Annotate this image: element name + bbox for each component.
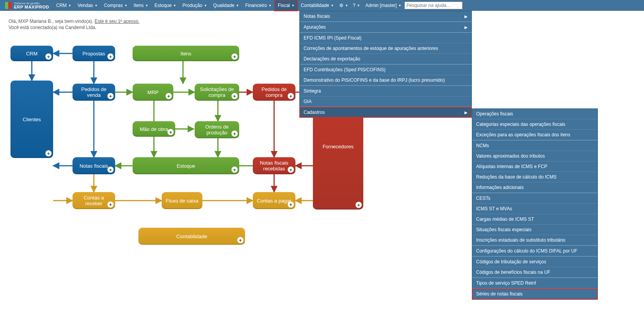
node-pedidos-compra[interactable]: Pedidos de compra+ bbox=[253, 84, 295, 101]
node-fluxo-caixa[interactable]: Fluxo de caixa bbox=[162, 192, 202, 209]
node-mao-de-obra[interactable]: Mão de obra+ bbox=[133, 121, 175, 137]
dropdown-gia[interactable]: GIA bbox=[300, 96, 471, 107]
caret-down-icon: ▼ bbox=[95, 4, 98, 7]
menu-financeiro[interactable]: Financeiro▼ bbox=[242, 0, 275, 11]
main-menu: CRM▼ Vendas▼ Compras▼ Itens▼ Estoque▼ Pr… bbox=[53, 0, 404, 11]
node-nf-recebidas[interactable]: Notas fiscais recebidas+ bbox=[253, 157, 295, 174]
plus-icon[interactable]: + bbox=[356, 202, 362, 208]
caret-down-icon: ▼ bbox=[204, 4, 207, 7]
brand-name: ERP MAXIPROD bbox=[14, 5, 49, 9]
submenu-valores-aprox[interactable]: Valores aproximados dos tributos bbox=[472, 151, 597, 161]
submenu-operacoes[interactable]: Operações fiscais bbox=[472, 109, 597, 119]
node-crm[interactable]: CRM+ bbox=[10, 46, 53, 61]
plus-icon[interactable]: + bbox=[107, 201, 114, 208]
submenu-categorias[interactable]: Categorias especiais das operações fisca… bbox=[472, 119, 597, 130]
plus-icon[interactable]: + bbox=[107, 167, 114, 173]
brand-logo[interactable]: Sistema de gestão ERP MAXIPROD bbox=[2, 2, 49, 9]
submenu-excecoes[interactable]: Exceções para as operações fiscais dos i… bbox=[472, 130, 597, 141]
menu-vendas[interactable]: Vendas▼ bbox=[74, 0, 101, 11]
submenu-config-difal[interactable]: Configurações do cálculo do ICMS DIFAL p… bbox=[472, 246, 597, 257]
submenu-aliquotas[interactable]: Alíquotas internas de ICMS e FCP bbox=[472, 161, 597, 172]
caret-down-icon: ▼ bbox=[173, 4, 176, 7]
plus-icon[interactable]: + bbox=[107, 53, 114, 60]
plus-icon[interactable]: + bbox=[231, 53, 238, 60]
caret-down-icon: ▼ bbox=[68, 4, 71, 7]
node-notas-fiscais[interactable]: Notas fiscais+ bbox=[73, 157, 115, 174]
chevron-right-icon: ▶ bbox=[464, 25, 468, 29]
submenu-cests[interactable]: CESTs bbox=[472, 193, 597, 204]
fiscal-dropdown: Notas fiscais▶ Apurações▶ EFD ICMS IPI (… bbox=[299, 11, 472, 118]
caret-down-icon: ▼ bbox=[331, 4, 334, 7]
menu-qualidade[interactable]: Qualidade▼ bbox=[210, 0, 242, 11]
submenu-situacoes[interactable]: Situações fiscais especiais bbox=[472, 225, 597, 235]
menu-contabilidade[interactable]: Contabilidade▼ bbox=[298, 0, 337, 11]
node-mrp[interactable]: MRP+ bbox=[133, 84, 173, 101]
dropdown-sintegra[interactable]: Sintegra bbox=[300, 86, 471, 96]
caret-down-icon: ▼ bbox=[268, 4, 271, 7]
caret-down-icon: ▼ bbox=[292, 4, 295, 7]
dropdown-declaracoes[interactable]: Declarações de exportação bbox=[300, 54, 471, 65]
caret-down-icon: ▼ bbox=[345, 4, 348, 7]
plus-icon[interactable]: + bbox=[45, 53, 52, 60]
help-search-input[interactable] bbox=[404, 2, 463, 9]
caret-down-icon: ▼ bbox=[236, 4, 239, 7]
submenu-info-adicionais[interactable]: Informações adicionais bbox=[472, 182, 597, 193]
menu-estoque[interactable]: Estoque▼ bbox=[152, 0, 180, 11]
plus-icon[interactable]: + bbox=[231, 131, 238, 137]
menu-admin[interactable]: Admin [master]▼ bbox=[363, 0, 405, 11]
submenu-icms-st-mvas[interactable]: ICMS ST e MVAs bbox=[472, 204, 597, 214]
plus-icon[interactable]: + bbox=[237, 237, 243, 243]
menu-itens[interactable]: Itens▼ bbox=[131, 0, 152, 11]
submenu-reducoes[interactable]: Reduções da base de cálculo do ICMS bbox=[472, 172, 597, 182]
first-access-link[interactable]: Este é seu 1º acesso. bbox=[95, 19, 140, 24]
caret-down-icon: ▼ bbox=[398, 4, 401, 7]
submenu-inscricoes[interactable]: Inscrições estaduais de substituto tribu… bbox=[472, 235, 597, 246]
dropdown-apuracoes[interactable]: Apurações▶ bbox=[300, 22, 471, 33]
node-clientes[interactable]: Clientes+ bbox=[10, 81, 53, 158]
dropdown-correcoes[interactable]: Correções de apontamentos de estoque de … bbox=[300, 43, 471, 54]
menu-help[interactable]: ?▼ bbox=[350, 0, 363, 11]
dropdown-cadastros[interactable]: Cadastros▶ bbox=[300, 107, 471, 117]
submenu-ncms[interactable]: NCMs bbox=[472, 141, 597, 151]
chevron-right-icon: ▶ bbox=[464, 110, 468, 115]
help-icon: ? bbox=[353, 3, 356, 8]
node-pedidos-venda[interactable]: Pedidos de venda+ bbox=[73, 84, 115, 101]
plus-icon[interactable]: + bbox=[288, 167, 294, 173]
node-contas-pagar[interactable]: Contas a pagar+ bbox=[253, 192, 295, 209]
dropdown-demonstrativo[interactable]: Demonstrativo do PIS/COFINS e da base do… bbox=[300, 75, 471, 86]
gear-icon: ⚙ bbox=[339, 3, 344, 8]
plus-icon[interactable]: + bbox=[45, 150, 52, 156]
menu-crm[interactable]: CRM▼ bbox=[53, 0, 74, 11]
node-contas-receber[interactable]: Contas a receber+ bbox=[73, 192, 115, 209]
plus-icon[interactable]: + bbox=[166, 93, 172, 99]
node-itens[interactable]: Itens+ bbox=[133, 46, 239, 61]
node-solicitacoes[interactable]: Solicitações de compra+ bbox=[195, 84, 239, 101]
logo-icon bbox=[2, 2, 12, 9]
caret-down-icon: ▼ bbox=[357, 4, 360, 7]
plus-icon[interactable]: + bbox=[231, 167, 238, 173]
cadastros-submenu: Operações fiscais Categorias especiais d… bbox=[472, 108, 598, 263]
plus-icon[interactable]: + bbox=[231, 93, 238, 99]
menu-producao[interactable]: Produção▼ bbox=[180, 0, 210, 11]
dropdown-efd-contrib[interactable]: EFD Contribuições (Sped PIS/COFINS) bbox=[300, 65, 471, 75]
caret-down-icon: ▼ bbox=[145, 4, 148, 7]
node-ordens-producao[interactable]: Ordens de produção+ bbox=[195, 121, 239, 138]
menu-fiscal[interactable]: Fiscal▼ bbox=[275, 0, 297, 11]
top-navbar: Sistema de gestão ERP MAXIPROD CRM▼ Vend… bbox=[0, 0, 644, 11]
submenu-codigos-trib[interactable]: Códigos de tributação de serviços bbox=[472, 257, 597, 263]
plus-icon[interactable]: + bbox=[167, 129, 174, 135]
node-estoque[interactable]: Estoque+ bbox=[133, 157, 239, 174]
menu-settings[interactable]: ⚙▼ bbox=[337, 0, 350, 11]
node-propostas[interactable]: Propostas+ bbox=[73, 46, 115, 61]
caret-down-icon: ▼ bbox=[124, 4, 128, 7]
menu-compras[interactable]: Compras▼ bbox=[101, 0, 131, 11]
plus-icon[interactable]: + bbox=[288, 201, 294, 208]
plus-icon[interactable]: + bbox=[107, 93, 114, 99]
chevron-right-icon: ▶ bbox=[464, 14, 468, 19]
dropdown-efd-icms[interactable]: EFD ICMS IPI (Sped Fiscal) bbox=[300, 33, 471, 43]
node-contabilidade[interactable]: Contabilidade+ bbox=[138, 228, 245, 245]
submenu-cargas[interactable]: Cargas médias de ICMS ST bbox=[472, 214, 597, 225]
plus-icon[interactable]: + bbox=[288, 93, 294, 99]
dropdown-notas-fiscais[interactable]: Notas fiscais▶ bbox=[300, 11, 471, 22]
